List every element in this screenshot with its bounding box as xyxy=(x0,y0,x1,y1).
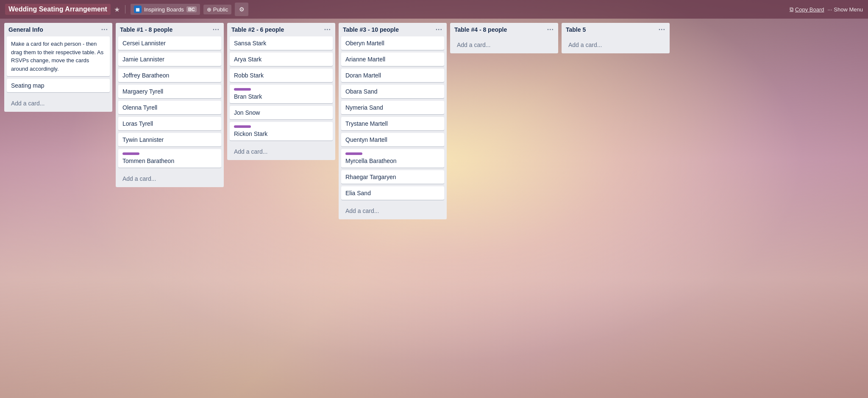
star-button[interactable]: ★ xyxy=(114,6,120,14)
table-row[interactable]: Tywin Lannister xyxy=(118,133,221,146)
card-label xyxy=(234,125,251,128)
card-text: Nymeria Sand xyxy=(345,104,440,111)
show-menu-button[interactable]: ··· Show Menu xyxy=(828,6,863,13)
card-text: Sansa Stark xyxy=(234,40,328,47)
copy-icon: ⧉ xyxy=(790,6,793,13)
show-menu-label: Show Menu xyxy=(834,6,863,13)
table-row[interactable]: Trystane Martell xyxy=(341,117,444,130)
card-text: Quentyn Martell xyxy=(345,136,440,143)
table-row[interactable]: Oberyn Martell xyxy=(341,36,444,50)
card-text: Rhaegar Targaryen xyxy=(345,174,440,180)
card-text: Tywin Lannister xyxy=(122,136,217,143)
list-menu-table5[interactable]: ··· xyxy=(659,26,665,33)
table-row[interactable]: Cersei Lannister xyxy=(118,36,221,50)
add-card-table5[interactable]: Add a card... xyxy=(564,38,667,52)
board-title: Wedding Seating Arrangement xyxy=(5,4,111,15)
table-row[interactable]: Jamie Lannister xyxy=(118,53,221,66)
copy-board-button[interactable]: ⧉ Copy Board xyxy=(790,6,824,13)
table-row[interactable]: Rhaegar Targaryen xyxy=(341,170,444,184)
card-text: Myrcella Baratheon xyxy=(345,158,440,164)
list-header-table1: Table #1 - 8 people··· xyxy=(116,23,224,36)
list-menu-table3[interactable]: ··· xyxy=(436,26,442,33)
card-text: Doran Martell xyxy=(345,72,440,79)
list-header-table4: Table #4 - 8 people··· xyxy=(450,23,558,36)
list-title-table5: Table 5 xyxy=(566,26,586,33)
table-row[interactable]: Jon Snow xyxy=(230,106,333,119)
list-title-table2: Table #2 - 6 people xyxy=(231,26,284,33)
card-text: Margaery Tyrell xyxy=(122,88,217,95)
workspace-icon: ▦ xyxy=(134,6,142,13)
list-table2: Table #2 - 6 people···Sansa StarkArya St… xyxy=(227,23,335,160)
list-menu-table1[interactable]: ··· xyxy=(213,26,220,33)
card-text: Arya Stark xyxy=(234,56,328,63)
table-row[interactable]: Quentyn Martell xyxy=(341,133,444,146)
list-header-table3: Table #3 - 10 people··· xyxy=(339,23,447,36)
card-text: Jamie Lannister xyxy=(122,56,217,63)
visibility-button[interactable]: ⊕ Public xyxy=(203,5,231,14)
table-row[interactable]: Joffrey Baratheon xyxy=(118,69,221,82)
card-text: Elia Sand xyxy=(345,190,440,196)
card-text: Joffrey Baratheon xyxy=(122,72,217,79)
table-row[interactable]: Elia Sand xyxy=(341,186,444,200)
header-divider xyxy=(125,5,125,14)
list-menu-table2[interactable]: ··· xyxy=(324,26,331,33)
card-text: Jon Snow xyxy=(234,109,328,116)
list-cards-table1: Cersei LannisterJamie LannisterJoffrey B… xyxy=(116,36,224,170)
list-title-table3: Table #3 - 10 people xyxy=(343,26,399,33)
add-card-table2[interactable]: Add a card... xyxy=(230,145,333,158)
card-text: Trystane Martell xyxy=(345,120,440,127)
list-table5: Table 5···Add a card... xyxy=(562,23,670,53)
table-row[interactable]: Myrcella Baratheon xyxy=(341,149,444,168)
card-label xyxy=(234,88,251,91)
workspace-button[interactable]: ▦ Inspiring Boards BC xyxy=(131,4,200,15)
table-row[interactable]: Tommen Baratheon xyxy=(118,149,221,168)
workspace-name: Inspiring Boards xyxy=(144,6,184,13)
list-cards-table2: Sansa StarkArya StarkRobb StarkBran Star… xyxy=(227,36,335,143)
list-title-table1: Table #1 - 8 people xyxy=(120,26,172,33)
board-content: General Info···Make a card for each pers… xyxy=(0,19,868,398)
list-general-info: General Info···Make a card for each pers… xyxy=(4,23,112,112)
visibility-icon: ⊕ xyxy=(207,6,211,13)
add-card-general-info[interactable]: Add a card... xyxy=(7,97,110,110)
list-title-general-info: General Info xyxy=(8,26,43,33)
card-text: Oberyn Martell xyxy=(345,40,440,47)
card-label xyxy=(345,152,362,155)
table-row[interactable]: Bran Stark xyxy=(230,85,333,103)
card-text: Bran Stark xyxy=(234,93,328,100)
table-row[interactable]: Olenna Tyrell xyxy=(118,101,221,114)
add-card-table3[interactable]: Add a card... xyxy=(341,204,444,218)
table-row[interactable]: Doran Martell xyxy=(341,69,444,82)
list-menu-general-info[interactable]: ··· xyxy=(101,26,108,33)
add-card-table1[interactable]: Add a card... xyxy=(118,172,221,185)
table-row[interactable]: Arya Stark xyxy=(230,53,333,66)
add-card-table4[interactable]: Add a card... xyxy=(453,38,556,52)
card-text: Rickon Stark xyxy=(234,130,328,137)
card-text: Olenna Tyrell xyxy=(122,104,217,111)
seating-map-card[interactable]: Seating map xyxy=(7,79,110,92)
list-table1: Table #1 - 8 people···Cersei LannisterJa… xyxy=(116,23,224,187)
settings-button[interactable]: ⚙ xyxy=(235,3,248,16)
visibility-label: Public xyxy=(213,6,228,13)
table-row[interactable]: Margaery Tyrell xyxy=(118,85,221,98)
card-text: Robb Stark xyxy=(234,72,328,79)
table-row[interactable]: Robb Stark xyxy=(230,69,333,82)
table-row[interactable]: Sansa Stark xyxy=(230,36,333,50)
card-text: Obara Sand xyxy=(345,88,440,95)
settings-icon: ⚙ xyxy=(239,6,245,13)
app-header: Wedding Seating Arrangement ★ ▦ Inspirin… xyxy=(0,0,868,19)
table-row[interactable]: Obara Sand xyxy=(341,85,444,98)
card-label xyxy=(122,152,139,155)
card-text: Cersei Lannister xyxy=(122,40,217,47)
table-row[interactable]: Loras Tyrell xyxy=(118,117,221,130)
table-row[interactable]: Nymeria Sand xyxy=(341,101,444,114)
list-header-table5: Table 5··· xyxy=(562,23,670,36)
card-text: Loras Tyrell xyxy=(122,120,217,127)
list-cards-table3: Oberyn MartellArianne MartellDoran Marte… xyxy=(339,36,447,202)
table-row[interactable]: Rickon Stark xyxy=(230,122,333,141)
list-menu-table4[interactable]: ··· xyxy=(547,26,554,33)
copy-board-label: Copy Board xyxy=(795,6,824,13)
list-table4: Table #4 - 8 people···Add a card... xyxy=(450,23,558,53)
list-header-table2: Table #2 - 6 people··· xyxy=(227,23,335,36)
general-info-description: Make a card for each person - then drag … xyxy=(7,36,110,76)
table-row[interactable]: Arianne Martell xyxy=(341,53,444,66)
